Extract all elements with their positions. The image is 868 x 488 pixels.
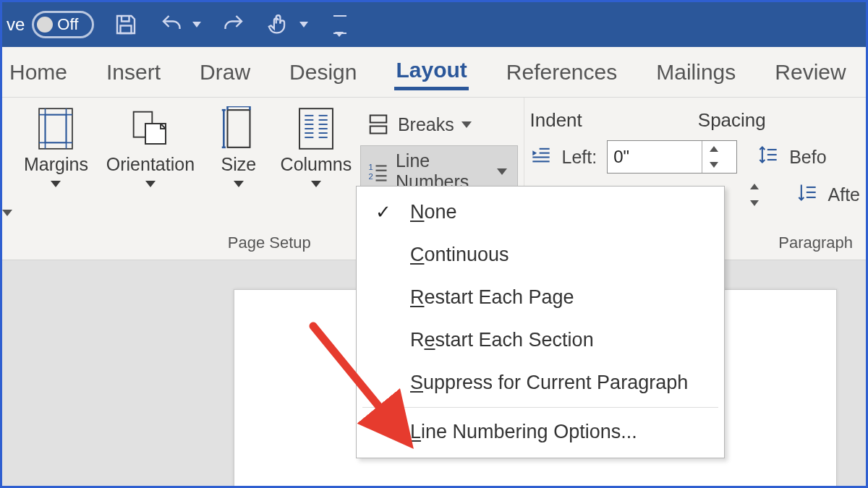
- undo-button[interactable]: [158, 10, 201, 39]
- tab-references[interactable]: References: [505, 56, 618, 89]
- dropdown-item-none[interactable]: ✓ None: [358, 191, 723, 234]
- ribbon-tabs: Home Insert Draw Design Layout Reference…: [2, 47, 866, 98]
- title-bar: ve Off: [2, 2, 866, 47]
- size-label: Size: [221, 154, 257, 175]
- dropdown-label: Restart Each Page: [410, 286, 574, 309]
- dropdown-label: Line Numbering Options...: [410, 421, 637, 443]
- chevron-down-icon: [299, 22, 308, 27]
- group-label-paragraph: Paragraph: [778, 229, 853, 255]
- chevron-down-icon: [461, 121, 472, 128]
- margins-label: Margins: [24, 154, 88, 175]
- spacing-after-icon: [796, 182, 818, 207]
- chevron-down-icon: [2, 210, 12, 216]
- columns-label: Columns: [281, 154, 352, 175]
- svg-rect-29: [370, 127, 387, 134]
- save-icon[interactable]: [111, 10, 140, 39]
- spinner-up[interactable]: [743, 178, 766, 194]
- tab-mailings[interactable]: Mailings: [655, 56, 737, 89]
- chevron-down-icon: [145, 181, 156, 187]
- dropdown-label: Continuous: [410, 244, 509, 266]
- spacing-header: Spacing: [698, 109, 766, 132]
- svg-rect-8: [227, 110, 250, 147]
- tab-design[interactable]: Design: [288, 56, 358, 89]
- touch-icon: [265, 10, 294, 39]
- dropdown-separator: [362, 407, 718, 408]
- spacing-before-label: Befo: [789, 147, 826, 168]
- touch-mode-button[interactable]: [265, 10, 308, 39]
- orientation-icon: [129, 108, 171, 150]
- svg-rect-15: [299, 108, 333, 149]
- spacing-after-label: Afte: [828, 184, 860, 205]
- tab-layout[interactable]: Layout: [394, 53, 468, 90]
- breaks-label: Breaks: [398, 114, 454, 135]
- tab-review[interactable]: Review: [773, 56, 847, 89]
- customize-qat-icon[interactable]: [326, 10, 354, 39]
- dropdown-label: Restart Each Section: [410, 329, 594, 351]
- indent-left-input[interactable]: [608, 141, 702, 173]
- spinner-down[interactable]: [743, 194, 766, 211]
- svg-text:1: 1: [368, 163, 373, 171]
- line-numbers-dropdown: ✓ None Continuous Restart Each Page Rest…: [356, 186, 725, 458]
- autosave-toggle-text: Off: [57, 15, 78, 34]
- dropdown-label: None: [410, 201, 457, 223]
- chevron-down-icon: [192, 22, 201, 27]
- orientation-button[interactable]: Orientation: [100, 105, 201, 187]
- autosave-label: ve: [7, 14, 25, 35]
- svg-rect-2: [46, 115, 67, 143]
- chevron-down-icon: [234, 181, 244, 187]
- columns-button[interactable]: Columns: [276, 105, 356, 187]
- tab-home[interactable]: Home: [8, 56, 69, 89]
- chevron-down-icon: [51, 181, 61, 187]
- breaks-button[interactable]: Breaks: [360, 108, 518, 141]
- margins-icon: [35, 108, 77, 150]
- group-label-page-setup: Page Setup: [228, 229, 311, 255]
- svg-text:2: 2: [368, 172, 373, 181]
- orientation-label: Orientation: [106, 154, 195, 175]
- spinner-up[interactable]: [702, 141, 725, 157]
- dropdown-item-options[interactable]: Line Numbering Options...: [358, 411, 723, 453]
- toggle-knob: [37, 17, 53, 33]
- spacing-before-icon: [757, 145, 779, 169]
- breaks-icon: [366, 112, 391, 137]
- line-numbers-icon: 1 2: [367, 159, 388, 184]
- undo-icon: [158, 10, 187, 39]
- chevron-down-icon: [311, 181, 321, 187]
- autosave-control[interactable]: ve Off: [7, 11, 94, 38]
- redo-icon[interactable]: [218, 10, 247, 39]
- dropdown-item-restart-page[interactable]: Restart Each Page: [358, 276, 723, 319]
- indent-left-label: Left:: [562, 147, 597, 168]
- indent-header: Indent: [530, 109, 582, 132]
- file-tab-chevron[interactable]: [2, 98, 15, 260]
- indent-left-spinner[interactable]: [607, 140, 737, 174]
- tab-draw[interactable]: Draw: [198, 56, 252, 89]
- indent-right-spinner[interactable]: [743, 178, 786, 211]
- size-button[interactable]: Size: [210, 105, 268, 187]
- dropdown-label: Suppress for Current Paragraph: [410, 372, 688, 394]
- spinner-down[interactable]: [702, 157, 725, 173]
- dropdown-item-suppress[interactable]: Suppress for Current Paragraph: [358, 361, 723, 404]
- size-icon: [218, 108, 260, 150]
- columns-icon: [295, 108, 337, 150]
- dropdown-item-restart-section[interactable]: Restart Each Section: [358, 319, 723, 361]
- chevron-down-icon: [497, 168, 507, 175]
- check-icon: ✓: [371, 201, 396, 223]
- indent-left-icon: [530, 145, 552, 169]
- tab-insert[interactable]: Insert: [105, 56, 162, 89]
- autosave-toggle[interactable]: Off: [32, 11, 94, 38]
- svg-rect-0: [121, 26, 132, 34]
- svg-rect-28: [370, 116, 387, 123]
- margins-button[interactable]: Margins: [21, 105, 91, 187]
- dropdown-item-continuous[interactable]: Continuous: [358, 234, 723, 276]
